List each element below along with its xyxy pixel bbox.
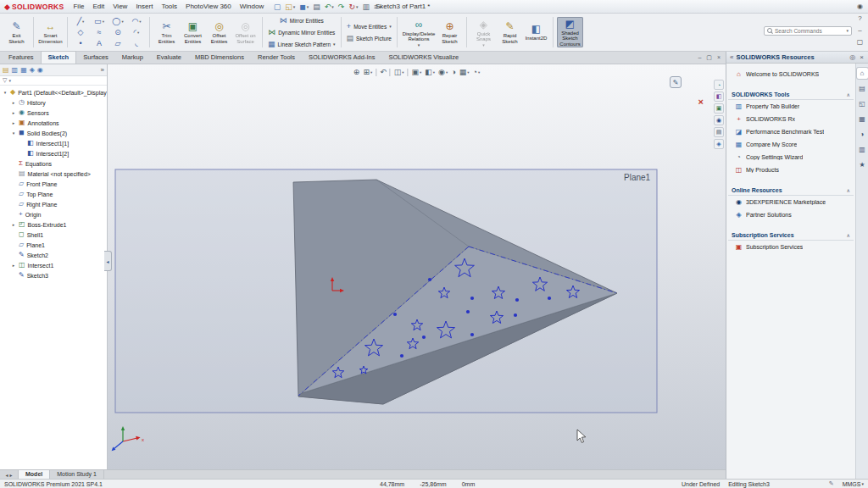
tree-item-history[interactable]: ▸◷History <box>0 97 107 108</box>
subscription-services-link[interactable]: ▣Subscription Services <box>728 241 854 253</box>
appearances-scenes-tab[interactable]: ◑ <box>857 129 868 140</box>
circle-tool-button[interactable]: ◯ <box>108 16 127 26</box>
tree-item-boss-extrude1[interactable]: ▸◰Boss-Extrude1 <box>0 219 107 230</box>
dynamic-mirror-entities-button[interactable]: ⋈ Dynamic Mirror Entities <box>266 28 337 37</box>
section-view-button[interactable]: ◫ <box>394 67 404 77</box>
point-sketch-entity[interactable] <box>393 313 397 316</box>
featuremanager-design-tree-tab[interactable]: ▤ <box>3 64 9 75</box>
tree-item-sensors[interactable]: ▸◉Sensors <box>0 108 107 118</box>
tab-surfaces[interactable]: Surfaces <box>76 52 115 64</box>
expand-arrow-icon[interactable]: ▸ <box>11 110 16 115</box>
propertymanager-tab[interactable]: ▥ <box>12 64 19 75</box>
point-sketch-entity[interactable] <box>400 354 403 358</box>
print-button[interactable]: ▤ <box>311 1 323 13</box>
construction-geometry-tool-button[interactable]: ▱ <box>108 38 127 48</box>
rapid-sketch-button[interactable]: ✎ Rapid Sketch <box>497 19 523 45</box>
zoom-fit-button[interactable]: ⊕ <box>353 67 360 77</box>
filter-dropdown-icon[interactable]: ▾ <box>8 78 11 83</box>
apply-scene-button[interactable]: ▦ <box>459 67 470 77</box>
menu-file[interactable]: File <box>69 0 88 14</box>
tree-item-sketch2[interactable]: ✎Sketch2 <box>0 250 107 260</box>
corner-rectangle-tool-button[interactable]: ▭ <box>90 16 108 26</box>
help-button[interactable]: ? <box>854 13 866 25</box>
viewport-side-tool-2-button[interactable]: ◧ <box>714 92 724 102</box>
menu-insert[interactable]: Insert <box>131 0 157 14</box>
text-tool-button[interactable]: A <box>90 38 108 48</box>
tab-solidworks-visualize[interactable]: SOLIDWORKS Visualize <box>381 52 465 64</box>
previous-view-button[interactable]: ↶ <box>380 67 387 77</box>
instant2d-button[interactable]: ◧ Instant2D <box>523 22 549 42</box>
tab-mbd-dimensions[interactable]: MBD Dimensions <box>188 52 251 64</box>
menu-photoview-360[interactable]: PhotoView 360 <box>181 0 236 14</box>
close-pane-icon[interactable]: × <box>859 53 865 61</box>
point-tool-button[interactable]: • <box>71 38 90 48</box>
welcome-to-solidworks-link[interactable]: ⌂Welcome to SOLIDWORKS <box>728 68 854 80</box>
point-sketch-entity[interactable] <box>428 278 431 281</box>
tree-item-material-not-specified[interactable]: ▤Material <not specified> <box>0 169 107 179</box>
tree-item-shell1[interactable]: ◻Shell1 <box>0 230 107 240</box>
convert-entities-button[interactable]: ▣ Convert Entities <box>180 19 206 45</box>
partner-solutions-link[interactable]: ◈Partner Solutions <box>728 208 854 221</box>
expand-arrow-icon[interactable]: ▾ <box>11 130 16 136</box>
menu-edit[interactable]: Edit <box>88 0 108 14</box>
save-button[interactable]: ◼ <box>298 1 311 13</box>
section-header-online-resources[interactable]: Online Resources∧ <box>728 186 854 196</box>
user-account-button[interactable]: ◉ <box>854 1 866 13</box>
3dexperience-marketplace-link[interactable]: ◉3DEXPERIENCE Marketplace <box>728 196 854 208</box>
shaded-sketch-contours-button[interactable]: ◩ Shaded Sketch Contours <box>557 17 583 48</box>
solidworks-resources-tab[interactable]: ⌂ <box>857 68 868 79</box>
viewport-minimize-button[interactable]: – <box>698 52 701 64</box>
repair-sketch-button[interactable]: ⊕ Repair Sketch <box>437 19 463 45</box>
point-sketch-entity[interactable] <box>422 336 426 339</box>
display-style-button[interactable]: ◧ <box>425 67 435 77</box>
undo-button[interactable]: ↶ <box>322 1 336 13</box>
sketch-fillet-tool-button[interactable]: ◜ <box>127 27 146 37</box>
zoom-area-button[interactable]: ⊞ <box>363 67 372 77</box>
point-sketch-entity[interactable] <box>514 313 517 317</box>
tab-markup[interactable]: Markup <box>115 52 150 64</box>
forum-tab[interactable]: ★ <box>857 159 868 170</box>
point-sketch-entity[interactable] <box>470 333 474 336</box>
rebuild-button[interactable]: ↻ <box>347 1 360 13</box>
tree-item-intersect1[interactable]: ▸◫Intersect1 <box>0 260 107 270</box>
tab-features[interactable]: Features <box>2 52 41 64</box>
compare-my-score-link[interactable]: ▦Compare My Score <box>728 138 854 151</box>
file-properties-button[interactable]: ▥ <box>360 1 372 13</box>
file-explorer-tab[interactable]: ◱ <box>857 98 868 109</box>
design-library-tab[interactable]: ▤ <box>857 83 868 94</box>
tab-scroll-left-icon[interactable]: ◂ <box>5 472 8 478</box>
expand-arrow-icon[interactable]: ▸ <box>11 120 16 125</box>
performance-benchmark-test-link[interactable]: ◪Performance Benchmark Test <box>728 125 854 138</box>
line-tool-button[interactable]: ╱ <box>71 16 90 26</box>
ellipse-tool-button[interactable]: ⊙ <box>108 27 127 37</box>
tree-item-top-plane[interactable]: ▱Top Plane <box>0 189 107 199</box>
expand-arrow-icon[interactable]: ▸ <box>11 222 16 227</box>
viewport-side-tool-3-button[interactable]: ▣ <box>714 103 724 114</box>
quick-snaps-button[interactable]: ◈ Quick Snaps <box>470 18 497 47</box>
viewport-restore-button[interactable]: ▢ <box>706 52 712 64</box>
dimxpertmanager-tab[interactable]: ◈ <box>30 64 35 75</box>
tree-item-part1-default-default-display-sta[interactable]: ▾◆Part1 (Default<<Default>_Display Sta <box>0 87 107 97</box>
point-sketch-entity[interactable] <box>466 310 470 313</box>
sketch-picture-button[interactable]: ▤ Sketch Picture <box>345 34 393 43</box>
configurationmanager-tab[interactable]: ▦ <box>20 64 27 75</box>
tab-sketch[interactable]: Sketch <box>41 51 77 64</box>
panel-collapse-handle[interactable]: ◂ <box>104 251 112 271</box>
new-file-button[interactable]: ▢ <box>271 1 283 13</box>
exit-sketch-corner-button[interactable]: ✎ <box>670 76 682 88</box>
viewport-close-button[interactable]: × <box>717 52 721 64</box>
hide-show-items-button[interactable]: ◉ <box>438 67 448 77</box>
graphics-area[interactable]: Plane1 x ⊕⊞↶◫▣◧◉◑▦◔ <box>108 64 726 469</box>
restore-window-button[interactable]: ▢ <box>854 36 866 48</box>
spline-tool-button[interactable]: ≈ <box>90 27 108 37</box>
tree-item-equations[interactable]: ΣEquations <box>0 158 107 169</box>
search-dropdown-icon[interactable]: ▾ <box>846 28 849 33</box>
edit-appearance-button[interactable]: ◑ <box>451 67 455 77</box>
viewport-side-tool-5-button[interactable]: ▤ <box>714 127 724 137</box>
trim-corner-tool-button[interactable]: ◟ <box>127 38 146 48</box>
tab-evaluate[interactable]: Evaluate <box>150 52 188 64</box>
offset-on-surface-button[interactable]: ◎ Offset on Surface <box>232 19 259 45</box>
search-input[interactable] <box>775 28 844 34</box>
panel-overflow-tab[interactable]: » <box>101 64 104 75</box>
redo-button[interactable]: ↷ <box>336 1 347 13</box>
